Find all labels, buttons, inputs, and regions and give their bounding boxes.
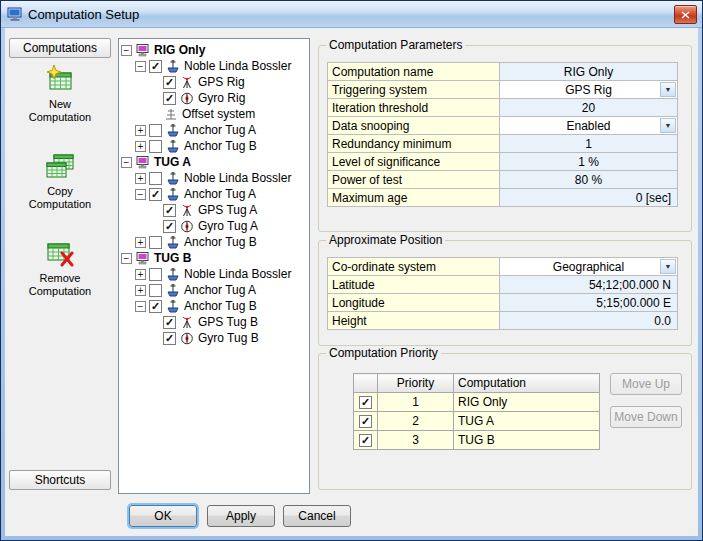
property-value[interactable]: RIG Only bbox=[500, 63, 678, 81]
tree-node[interactable]: −TUG B bbox=[119, 250, 309, 266]
expand-icon[interactable]: + bbox=[135, 125, 146, 136]
tree-checkbox[interactable]: ✓ bbox=[163, 316, 176, 329]
move-up-button[interactable]: Move Up bbox=[610, 373, 682, 395]
expand-icon[interactable]: + bbox=[135, 173, 146, 184]
collapse-icon[interactable]: − bbox=[135, 301, 146, 312]
tree-node[interactable]: ✓Gyro Tug A bbox=[119, 218, 309, 234]
tree-checkbox[interactable]: ✓ bbox=[163, 76, 176, 89]
expand-icon[interactable]: + bbox=[135, 285, 146, 296]
tree-node[interactable]: −✓Anchor Tug B bbox=[119, 298, 309, 314]
value-text: 5;15;00.000 E bbox=[596, 296, 677, 310]
move-down-button[interactable]: Move Down bbox=[610, 406, 682, 428]
property-row: Longitude5;15;00.000 E bbox=[328, 294, 678, 312]
tree-checkbox[interactable]: ✓ bbox=[149, 300, 162, 313]
property-row: Computation nameRIG Only bbox=[328, 63, 678, 81]
app-icon bbox=[7, 7, 23, 22]
vessel-icon bbox=[165, 124, 181, 137]
dropdown-arrow-icon[interactable]: ▼ bbox=[660, 82, 676, 97]
property-value[interactable]: 5;15;00.000 E bbox=[500, 294, 678, 312]
remove-computation-action[interactable]: Remove Computation bbox=[9, 238, 111, 298]
vessel-icon bbox=[165, 140, 181, 153]
priority-checkbox[interactable]: ✓ bbox=[359, 396, 372, 409]
tree-node-label: Anchor Tug B bbox=[184, 299, 257, 313]
new-computation-action[interactable]: New Computation bbox=[9, 64, 111, 124]
property-value-dropdown[interactable]: Enabled▼ bbox=[500, 117, 678, 135]
priority-row: ✓2TUG A bbox=[354, 412, 600, 431]
tree-node[interactable]: ✓GPS Tug A bbox=[119, 202, 309, 218]
priority-header-row: PriorityComputation bbox=[354, 374, 600, 393]
property-value[interactable]: 80 % bbox=[500, 171, 678, 189]
close-button[interactable] bbox=[674, 5, 697, 24]
value-text: RIG Only bbox=[564, 65, 613, 79]
expand-icon[interactable]: + bbox=[135, 141, 146, 152]
value-text: 54;12;00.000 N bbox=[589, 278, 677, 292]
dropdown-arrow-icon[interactable]: ▼ bbox=[660, 118, 676, 133]
priority-checkbox[interactable]: ✓ bbox=[359, 434, 372, 447]
collapse-icon[interactable]: − bbox=[121, 253, 132, 264]
property-row: Co-ordinate systemGeographical▼ bbox=[328, 258, 678, 276]
collapse-icon[interactable]: − bbox=[121, 45, 132, 56]
remove-computation-icon bbox=[45, 238, 75, 268]
tree-node[interactable]: +Anchor Tug A bbox=[119, 122, 309, 138]
tree-node[interactable]: +Noble Linda Bossler bbox=[119, 170, 309, 186]
tree-node[interactable]: −✓Anchor Tug A bbox=[119, 186, 309, 202]
tree-node[interactable]: +Anchor Tug B bbox=[119, 234, 309, 250]
tree-node[interactable]: +Anchor Tug B bbox=[119, 138, 309, 154]
property-row: Iteration threshold20 bbox=[328, 99, 678, 117]
tree-node[interactable]: ✓GPS Tug B bbox=[119, 314, 309, 330]
collapse-icon[interactable]: − bbox=[135, 189, 146, 200]
tree-checkbox[interactable] bbox=[149, 268, 162, 281]
property-row: Redundancy minimum1 bbox=[328, 135, 678, 153]
property-value-dropdown[interactable]: GPS Rig▼ bbox=[500, 81, 678, 99]
collapse-icon[interactable]: − bbox=[121, 157, 132, 168]
property-value[interactable]: 1 % bbox=[500, 153, 678, 171]
tree-checkbox[interactable]: ✓ bbox=[149, 60, 162, 73]
collapse-icon[interactable]: − bbox=[135, 61, 146, 72]
tree-node[interactable]: −RIG Only bbox=[119, 42, 309, 58]
computation-icon bbox=[135, 252, 151, 265]
tree-checkbox[interactable]: ✓ bbox=[163, 332, 176, 345]
property-value-dropdown[interactable]: Geographical▼ bbox=[500, 258, 678, 276]
copy-computation-action[interactable]: Copy Computation bbox=[9, 151, 111, 211]
computation-icon bbox=[135, 44, 151, 57]
dropdown-arrow-icon[interactable]: ▼ bbox=[660, 259, 676, 274]
tree-checkbox[interactable]: ✓ bbox=[149, 188, 162, 201]
tree-checkbox[interactable] bbox=[149, 172, 162, 185]
property-value[interactable]: 54;12;00.000 N bbox=[500, 276, 678, 294]
priority-checkbox-cell: ✓ bbox=[354, 393, 378, 412]
tree-checkbox[interactable]: ✓ bbox=[163, 204, 176, 217]
ok-button[interactable]: OK bbox=[129, 505, 197, 527]
tree-node[interactable]: Offset system bbox=[119, 106, 309, 122]
tree-node[interactable]: −TUG A bbox=[119, 154, 309, 170]
property-value[interactable]: 20 bbox=[500, 99, 678, 117]
priority-checkbox[interactable]: ✓ bbox=[359, 415, 372, 428]
tree-checkbox[interactable]: ✓ bbox=[163, 220, 176, 233]
tree-node[interactable]: −✓Noble Linda Bossler bbox=[119, 58, 309, 74]
tree-checkbox[interactable]: ✓ bbox=[163, 92, 176, 105]
expand-icon[interactable]: + bbox=[135, 269, 146, 280]
tree-node[interactable]: +Anchor Tug A bbox=[119, 282, 309, 298]
tree-checkbox[interactable] bbox=[149, 124, 162, 137]
property-value[interactable]: 1 bbox=[500, 135, 678, 153]
gps-icon bbox=[179, 204, 195, 217]
tree-node[interactable]: ✓Gyro Rig bbox=[119, 90, 309, 106]
tree-node[interactable]: +Noble Linda Bossler bbox=[119, 266, 309, 282]
computations-panel-button[interactable]: Computations bbox=[9, 38, 111, 58]
tree-checkbox[interactable] bbox=[149, 236, 162, 249]
tree-checkbox[interactable] bbox=[149, 140, 162, 153]
tree-node[interactable]: ✓GPS Rig bbox=[119, 74, 309, 90]
shortcuts-panel-button[interactable]: Shortcuts bbox=[9, 470, 111, 490]
tree-node[interactable]: ✓Gyro Tug B bbox=[119, 330, 309, 346]
offset-icon bbox=[163, 108, 179, 121]
cancel-button[interactable]: Cancel bbox=[283, 505, 351, 527]
apply-button[interactable]: Apply bbox=[207, 505, 275, 527]
tree-checkbox[interactable] bbox=[149, 284, 162, 297]
value-text: 1 % bbox=[578, 155, 599, 169]
property-value[interactable]: 0.0 bbox=[500, 312, 678, 330]
computation-priority-table: PriorityComputation✓1RIG Only✓2TUG A✓3TU… bbox=[353, 373, 600, 450]
vessel-icon bbox=[165, 60, 181, 73]
expand-icon[interactable]: + bbox=[135, 237, 146, 248]
priority-number: 3 bbox=[378, 431, 454, 450]
property-value[interactable]: 0 [sec] bbox=[500, 189, 678, 207]
computation-priority-group: Computation Priority PriorityComputation… bbox=[318, 353, 692, 490]
